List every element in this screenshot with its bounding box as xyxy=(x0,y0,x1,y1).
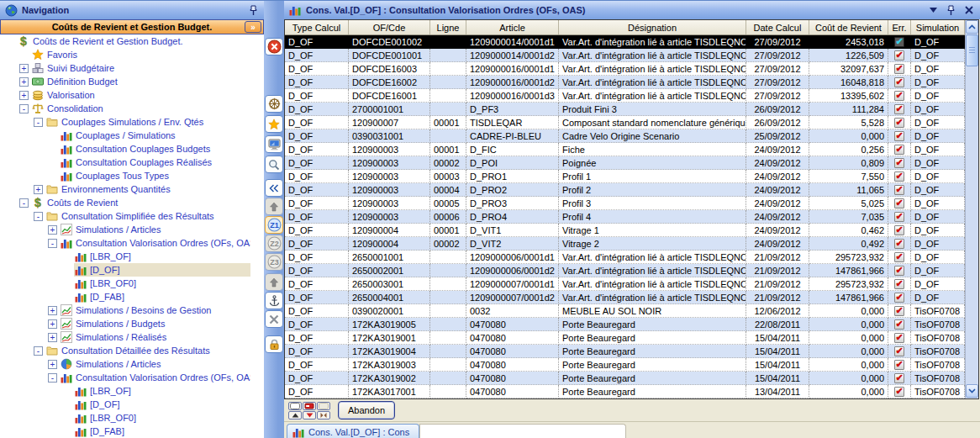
tree-item-consultation-simplifi-e-des-r-sultats[interactable]: -Consultation Simplifiée des Résultats xyxy=(0,209,264,223)
error-checkbox[interactable]: ✔ xyxy=(894,104,904,114)
column-header-ligne[interactable]: Ligne xyxy=(430,20,466,34)
tree-item-consultation-valorisation-ordres-ofs-oas[interactable]: -Consultation Valorisation Ordres (OFs, … xyxy=(0,371,264,384)
tree-item-d-fab[interactable]: [D_FAB] xyxy=(0,425,264,438)
tree-item-consultation-couplages-budgets[interactable]: Consultation Couplages Budgets xyxy=(0,142,264,156)
table-row-1[interactable]: D_OFDOFCDE0010021209000014/0001d1Var.Art… xyxy=(285,35,965,49)
table-row-14[interactable]: D_OF12090000300006D_PRO4Profil 424/09/20… xyxy=(285,210,965,224)
table-row-25[interactable]: D_OF172KA30190030470080Porte Beauregard1… xyxy=(285,358,965,372)
tree-item-simulations-r-alis-s[interactable]: +Simulations / Réalisés xyxy=(0,330,264,344)
error-checkbox[interactable]: ✔ xyxy=(894,387,904,397)
column-header-co-t-de-revient[interactable]: Coût de Revient xyxy=(809,20,888,34)
tree-item-simulations-budgets[interactable]: +Simulations / Budgets xyxy=(0,317,264,330)
error-checkbox[interactable]: ✔ xyxy=(894,158,904,168)
tree-item-lbr-of0[interactable]: [LBR_OF0] xyxy=(0,277,264,290)
compass-wheel-button[interactable] xyxy=(265,95,283,113)
tree-expand-toggle[interactable]: + xyxy=(19,64,29,73)
favorites-button[interactable] xyxy=(265,115,283,133)
move-up-2-button[interactable] xyxy=(265,273,283,291)
table-row-2[interactable]: D_OFDOFCDE0010011209000014/0001d2Var.Art… xyxy=(285,49,965,62)
tree-item-lbr-of0[interactable]: [LBR_OF0] xyxy=(0,411,264,425)
table-row-15[interactable]: D_OF12090000400001D_VIT1Vitrage 124/09/2… xyxy=(285,224,965,237)
record-blank-button[interactable] xyxy=(317,402,330,410)
scroll-down-button[interactable] xyxy=(303,411,316,420)
error-checkbox[interactable]: ✔ xyxy=(894,306,904,316)
tree-expand-toggle[interactable]: + xyxy=(48,333,57,342)
table-row-13[interactable]: D_OF12090000300005D_PRO3Profil 324/09/20… xyxy=(285,197,965,210)
lock-button[interactable] xyxy=(265,335,283,353)
search-button[interactable] xyxy=(265,156,283,173)
error-checkbox[interactable]: ✔ xyxy=(894,118,904,128)
error-checkbox[interactable]: ✔ xyxy=(894,360,904,370)
error-checkbox[interactable]: ✔ xyxy=(894,198,904,208)
scroll-up-icon[interactable] xyxy=(966,20,978,34)
error-checkbox[interactable]: ✔ xyxy=(894,131,904,141)
scroll-up-button[interactable] xyxy=(288,411,302,420)
tree-expand-toggle[interactable]: - xyxy=(19,104,29,113)
tree-expand-toggle[interactable]: - xyxy=(48,373,57,383)
tree-item-couplages-simulations[interactable]: Couplages / Simulations xyxy=(0,129,264,142)
clear-button[interactable] xyxy=(265,310,283,328)
table-row-10[interactable]: D_OF12090000300002D_POIPoignée24/09/2012… xyxy=(285,156,965,170)
collapse-panel-button[interactable] xyxy=(265,179,283,197)
table-row-17[interactable]: D_OF26500010011209000006/0001d1Var.Art. … xyxy=(285,251,965,264)
tree-expand-toggle[interactable]: + xyxy=(48,360,57,369)
tree-item-consultation-d-taill-e-des-r-sultats[interactable]: -Consultation Détaillée des Résultats xyxy=(0,344,264,357)
record-markers-button[interactable] xyxy=(317,411,330,420)
tree-expand-toggle[interactable]: + xyxy=(34,185,43,194)
error-checkbox[interactable]: ✔ xyxy=(894,145,904,155)
tree-item-co-ts-de-revient-et-gestion-budget[interactable]: $Coûts de Revient et Gestion Budget. xyxy=(0,34,264,48)
error-checkbox[interactable]: ✔ xyxy=(894,373,904,383)
pin-icon[interactable] xyxy=(946,5,956,16)
vertical-scrollbar[interactable] xyxy=(965,20,978,398)
tree-item-lbr-of[interactable]: [LBR_OF] xyxy=(0,250,264,263)
error-checkbox[interactable]: ✔ xyxy=(894,172,904,182)
error-checkbox[interactable]: ✔ xyxy=(894,212,904,222)
error-checkbox[interactable]: ✔ xyxy=(894,239,904,249)
table-row-8[interactable]: D_OF0390031001CADRE-PI-BLEUCadre Velo Or… xyxy=(285,129,965,143)
tree-expand-toggle[interactable]: + xyxy=(48,225,57,235)
tab-cons-val-d-of[interactable]: Cons. Val.[D_OF] : Cons xyxy=(287,424,419,438)
table-row-20[interactable]: D_OF26500040011209000007/0001d2Var.Art. … xyxy=(285,291,965,304)
scrollbar-thumb[interactable] xyxy=(966,34,978,66)
table-row-22[interactable]: D_OF172KA30190050470080Porte Beauregard2… xyxy=(285,318,965,331)
abandon-button[interactable]: Abandon xyxy=(338,401,395,420)
tree-item-environnements-quantit-s[interactable]: +Environnements Quantités xyxy=(0,182,264,196)
table-row-26[interactable]: D_OF172KA30190020470080Porte Beauregard1… xyxy=(285,372,965,385)
column-header-article[interactable]: Article xyxy=(466,20,559,34)
zoom-z2-button[interactable]: Z2 xyxy=(265,235,283,252)
pin-icon[interactable] xyxy=(246,3,260,17)
tree-expand-toggle[interactable]: + xyxy=(19,91,29,100)
tree-item-d-of[interactable]: [D_OF] xyxy=(0,263,264,277)
error-checkbox[interactable]: ✔ xyxy=(894,266,904,276)
anchor-button[interactable] xyxy=(265,292,283,309)
tree-expand-toggle[interactable]: - xyxy=(34,346,43,356)
red-close-button[interactable] xyxy=(265,38,283,55)
error-checkbox[interactable]: ✔ xyxy=(894,333,904,343)
error-checkbox[interactable]: ✔ xyxy=(894,77,904,87)
error-checkbox[interactable]: ✔ xyxy=(894,225,904,235)
record-flag-button[interactable] xyxy=(303,402,316,410)
tree-item-valorisation[interactable]: +Valorisation xyxy=(0,88,264,102)
tree-item-d-of[interactable]: [D_OF] xyxy=(0,398,264,411)
table-row-6[interactable]: D_OF2700001001D_PF3Produit Fini 326/09/2… xyxy=(285,103,965,116)
tree-item-simulations-articles[interactable]: +Simulations / Articles xyxy=(0,357,264,371)
tree-expand-toggle[interactable]: + xyxy=(48,319,57,329)
error-checkbox[interactable]: ✔ xyxy=(894,252,904,262)
table-row-7[interactable]: D_OF12090000700001TISDLEQARComposant sta… xyxy=(285,116,965,129)
error-checkbox[interactable]: ✔ xyxy=(894,37,904,47)
close-icon[interactable] xyxy=(965,6,973,14)
column-header-err[interactable]: Err. xyxy=(888,20,911,34)
table-row-19[interactable]: D_OF26500030011209000007/0001d1Var.Art. … xyxy=(285,277,965,291)
tree-item-consolidation[interactable]: -Consolidation xyxy=(0,102,264,115)
error-checkbox[interactable]: ✔ xyxy=(894,185,904,195)
chevron-down-icon[interactable] xyxy=(930,8,937,13)
error-checkbox[interactable]: ✔ xyxy=(894,64,904,74)
tree-item-lbr-of[interactable]: [LBR_OF] xyxy=(0,384,264,398)
zoom-z3-button[interactable]: Z3 xyxy=(265,253,283,271)
tree-item-couplages-simulations-env-qt-s[interactable]: -Couplages Simulations / Env. Qtés xyxy=(0,115,264,129)
table-row-27[interactable]: D_OF172KA30170010470080Porte Beauregard1… xyxy=(285,385,965,398)
tree-expand-toggle[interactable]: + xyxy=(48,306,57,315)
tree-item-simulations-besoins-de-gestion[interactable]: +Simulations / Besoins de Gestion xyxy=(0,303,264,317)
error-checkbox[interactable]: ✔ xyxy=(894,293,904,303)
tree-item-d-fab[interactable]: [D_FAB] xyxy=(0,290,264,303)
